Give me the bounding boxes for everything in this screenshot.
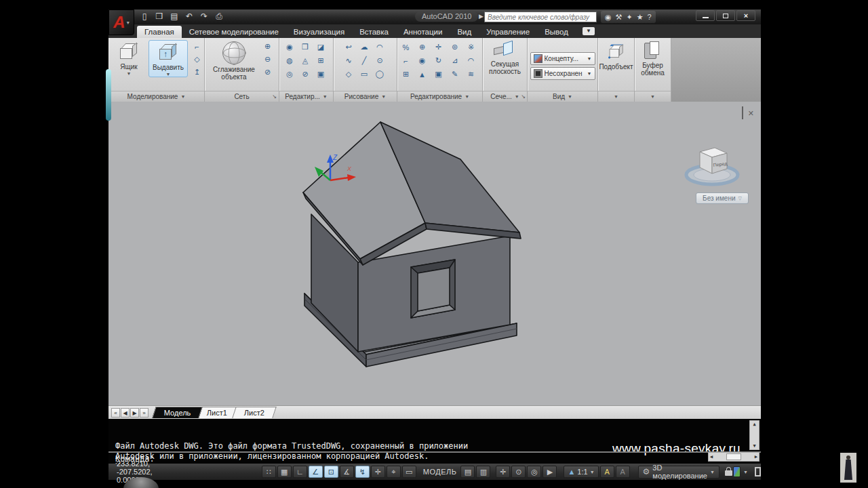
arc-icon[interactable]: ◠ bbox=[374, 41, 387, 53]
otrack-toggle[interactable]: ↯ bbox=[355, 466, 370, 478]
clipboard-button[interactable]: Буфер обмена bbox=[635, 40, 671, 77]
lwt-toggle[interactable]: ▭ bbox=[402, 466, 416, 478]
visual-style-dropdown[interactable]: Концепту... ▼ bbox=[530, 52, 595, 65]
osnap-toggle[interactable]: ⊡ bbox=[324, 466, 338, 478]
3dosnap-toggle[interactable]: ∡ bbox=[340, 466, 354, 478]
mesh-crease-icon[interactable]: ⊖ bbox=[261, 54, 274, 65]
undo-icon[interactable]: ↶ bbox=[183, 11, 195, 22]
smooth-object-button[interactable]: Сглаживание объекта bbox=[210, 40, 258, 81]
viewcube-named-view-dropdown[interactable]: Без имени ▽ bbox=[696, 192, 749, 204]
extrude-faces-icon[interactable]: ⌐ bbox=[399, 55, 412, 66]
ribbon-tab[interactable]: Аннотации bbox=[396, 26, 450, 38]
model-viewport[interactable]: Z X ✕ Перед bbox=[108, 102, 761, 405]
subscription-wrench-icon[interactable]: ⚒ bbox=[616, 13, 623, 22]
array-icon[interactable]: ⊞ bbox=[399, 68, 412, 80]
panel-footer-solid-editing[interactable]: Редактир...▼ bbox=[279, 91, 333, 102]
viewport-close-icon[interactable]: ✕ bbox=[748, 110, 754, 117]
ribbon-tab[interactable]: Управление bbox=[479, 26, 537, 38]
panel-footer-clipboard[interactable]: ▼ bbox=[635, 91, 671, 102]
panel-footer-modify[interactable]: Редактирование▼ bbox=[397, 91, 482, 102]
planar-surface-icon[interactable]: ◇ bbox=[191, 54, 203, 65]
viewport-restore-icon[interactable] bbox=[742, 107, 743, 119]
quick-view-drawings-icon[interactable]: ▥ bbox=[476, 466, 490, 478]
annotation-visibility-icon[interactable]: А bbox=[600, 466, 614, 478]
showmotion-icon[interactable]: ▶ bbox=[542, 466, 557, 478]
ribbon-tab[interactable]: Главная bbox=[137, 26, 182, 38]
3d-align-icon[interactable]: ▲ bbox=[416, 68, 429, 80]
ribbon-options-icon[interactable]: ▼ bbox=[583, 27, 595, 35]
offset-icon[interactable]: ≋ bbox=[465, 68, 477, 80]
ribbon-tab[interactable]: Вывод bbox=[537, 26, 576, 38]
model-space-button[interactable]: МОДЕЛЬ bbox=[423, 468, 457, 476]
application-menu-button[interactable]: A ▾ bbox=[108, 9, 134, 35]
mesh-refine-icon[interactable]: ⊕ bbox=[261, 41, 274, 52]
redo-icon[interactable]: ↷ bbox=[198, 11, 210, 22]
ribbon-tab[interactable]: Вид bbox=[450, 26, 479, 38]
copy-icon[interactable]: ⊚ bbox=[448, 41, 461, 53]
zoom-icon[interactable]: ⊙ bbox=[511, 466, 526, 478]
print-icon[interactable]: ⎙ bbox=[213, 11, 225, 22]
dialog-launcher-icon[interactable]: ↘ bbox=[521, 94, 526, 100]
layout-tab[interactable]: Модель bbox=[152, 407, 203, 418]
solid-union-icon[interactable]: ◉ bbox=[283, 41, 296, 53]
spline-icon[interactable]: ∿ bbox=[342, 55, 355, 66]
solid-intersect-icon[interactable]: ◍ bbox=[283, 55, 296, 66]
explode-icon[interactable]: ※ bbox=[465, 41, 477, 53]
workspace-switcher[interactable]: ⚙ 3D моделирование ▼ bbox=[638, 466, 719, 479]
last-tab-icon[interactable]: » bbox=[140, 408, 149, 418]
application-status-icon[interactable] bbox=[733, 466, 741, 477]
line-icon[interactable]: ╱ bbox=[358, 55, 371, 66]
press-pull-icon[interactable]: ↥ bbox=[191, 66, 203, 78]
steering-wheel-icon[interactable]: ◎ bbox=[527, 466, 541, 478]
command-horizontal-scrollbar[interactable]: ◀▶ bbox=[708, 452, 760, 462]
slice-icon[interactable]: ◪ bbox=[315, 41, 328, 53]
section-plane-button[interactable]: Секущая плоскость bbox=[484, 40, 526, 75]
communication-center-icon[interactable]: ✦ bbox=[626, 13, 632, 22]
panel-footer-subobject[interactable]: ▼ bbox=[598, 91, 634, 102]
panel-footer-mesh[interactable]: Сеть ↘ bbox=[205, 91, 279, 102]
next-tab-icon[interactable]: ▶ bbox=[130, 408, 139, 418]
fillet-edge-icon[interactable]: ◬ bbox=[299, 55, 312, 66]
search-binoculars-icon[interactable]: ◉ bbox=[605, 13, 612, 22]
pan-icon[interactable]: ✛ bbox=[496, 466, 510, 478]
scale-icon[interactable]: ▣ bbox=[432, 68, 445, 80]
save-icon[interactable]: ▤ bbox=[168, 11, 180, 22]
close-button[interactable]: × bbox=[736, 10, 755, 21]
3d-move-icon[interactable]: ✛ bbox=[432, 41, 445, 53]
command-splitter[interactable] bbox=[108, 451, 761, 453]
command-vertical-scrollbar[interactable]: ▲▼ bbox=[749, 420, 760, 450]
grid-toggle[interactable]: ▦ bbox=[277, 466, 292, 478]
ribbon-tab[interactable]: Вставка bbox=[352, 26, 396, 38]
trim-icon[interactable]: ⊿ bbox=[448, 55, 461, 66]
help-icon[interactable]: ? bbox=[648, 13, 652, 21]
viewcube[interactable]: Перед bbox=[681, 131, 743, 199]
previous-tab-icon[interactable]: ◀ bbox=[121, 408, 130, 418]
ribbon-tab[interactable]: Сетевое моделирование bbox=[182, 26, 286, 38]
3d-rotate-icon[interactable]: ◉ bbox=[416, 55, 429, 66]
open-file-icon[interactable]: ❒ bbox=[153, 11, 165, 22]
new-file-icon[interactable]: ▯ bbox=[138, 11, 151, 22]
toolbar-lock-icon[interactable] bbox=[725, 467, 729, 476]
infocenter-search-input[interactable] bbox=[484, 12, 597, 22]
rectangle-icon[interactable]: ▭ bbox=[358, 68, 371, 80]
scroll-right-icon[interactable]: ▶ bbox=[755, 454, 757, 460]
ortho-toggle[interactable]: ∟ bbox=[293, 466, 307, 478]
quick-view-layouts-icon[interactable]: ▤ bbox=[460, 466, 475, 478]
ribbon-tab[interactable]: Визуализация bbox=[286, 26, 352, 38]
dialog-launcher-icon[interactable]: ↘ bbox=[272, 94, 277, 100]
shell-icon[interactable]: ⊘ bbox=[299, 68, 312, 80]
edit-polyline-icon[interactable]: ✎ bbox=[448, 68, 461, 80]
polygon-icon[interactable]: ◇ bbox=[342, 68, 355, 80]
circle-icon[interactable]: ⊙ bbox=[374, 55, 387, 66]
layout-tab[interactable]: Лист2 bbox=[232, 407, 277, 418]
annotation-scale-button[interactable]: ▲ 1:1 ▼ bbox=[564, 466, 598, 478]
fillet-icon[interactable]: ◠ bbox=[465, 55, 477, 66]
subobject-button[interactable]: Подобъект bbox=[599, 40, 634, 70]
dyn-toggle[interactable]: ⌖ bbox=[387, 466, 401, 478]
minimize-button[interactable] bbox=[696, 10, 715, 21]
command-window[interactable]: Файл Autodesk DWG. Это файл формата Trus… bbox=[108, 419, 761, 464]
annotation-autoscale-icon[interactable]: А bbox=[616, 466, 630, 478]
scrollbar-thumb[interactable] bbox=[726, 453, 741, 460]
panel-footer-modeling[interactable]: Моделирование▼ bbox=[108, 91, 204, 102]
first-tab-icon[interactable]: « bbox=[111, 408, 120, 418]
